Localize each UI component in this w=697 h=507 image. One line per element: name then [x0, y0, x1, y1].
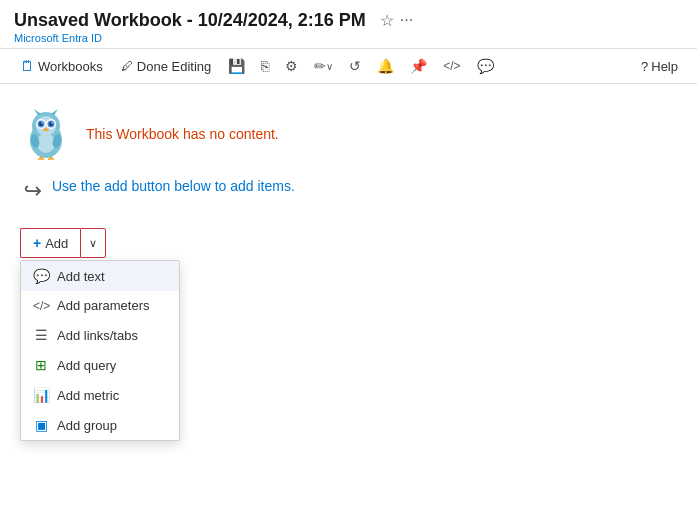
plus-icon: +: [33, 235, 41, 251]
code-icon: </>: [443, 59, 460, 73]
workbooks-icon: 🗒: [20, 58, 34, 74]
feedback-icon: 💬: [477, 58, 494, 74]
empty-top-section: This Workbook has no content.: [20, 108, 677, 160]
pin-toolbar-icon: 📌: [410, 58, 427, 74]
add-group-label: Add group: [57, 418, 117, 433]
menu-item-add-metric[interactable]: 📊 Add metric: [21, 380, 179, 410]
more-options-icon[interactable]: ···: [400, 11, 413, 30]
save-button[interactable]: 💾: [221, 53, 252, 79]
add-dropdown-button[interactable]: ∨: [80, 228, 106, 258]
done-editing-icon: 🖊: [121, 59, 133, 73]
svg-point-11: [41, 122, 42, 123]
menu-item-add-links-tabs[interactable]: ☰ Add links/tabs: [21, 320, 179, 350]
owl-illustration: [20, 108, 72, 160]
clone-icon: ⎘: [261, 58, 269, 74]
add-dropdown-menu: 💬 Add text </> Add parameters ☰ Add link…: [20, 260, 180, 441]
page-title: Unsaved Workbook - 10/24/2024, 2:16 PM: [14, 10, 366, 31]
edit-icon: ✏: [314, 58, 326, 74]
settings-button[interactable]: ⚙: [278, 53, 305, 79]
edit-button[interactable]: ✏ ∨: [307, 53, 340, 79]
add-group-icon: ▣: [33, 417, 49, 433]
menu-item-add-text[interactable]: 💬 Add text: [21, 261, 179, 291]
code-button[interactable]: </>: [436, 54, 467, 78]
title-bar: Unsaved Workbook - 10/24/2024, 2:16 PM ☆…: [0, 0, 697, 49]
refresh-icon: ↺: [349, 58, 361, 74]
feedback-button[interactable]: 💬: [470, 53, 501, 79]
arrow-hint-section: ↩ Use the add button below to add items.: [24, 176, 677, 204]
add-query-icon: ⊞: [33, 357, 49, 373]
workbooks-label: Workbooks: [38, 59, 103, 74]
edit-chevron-icon: ∨: [326, 61, 333, 72]
add-query-label: Add query: [57, 358, 116, 373]
toolbar: 🗒 Workbooks 🖊 Done Editing 💾 ⎘ ⚙ ✏ ∨ ↺ 🔔…: [0, 49, 697, 84]
hint-text: Use the add button below to add items.: [52, 176, 295, 194]
refresh-button[interactable]: ↺: [342, 53, 368, 79]
save-icon: 💾: [228, 58, 245, 74]
add-parameters-label: Add parameters: [57, 298, 150, 313]
notification-icon: 🔔: [377, 58, 394, 74]
add-button-container: + Add ∨ 💬 Add text </> Add parameters ☰ …: [20, 228, 677, 258]
svg-point-12: [51, 122, 52, 123]
empty-state: This Workbook has no content. ↩ Use the …: [20, 108, 677, 258]
notification-button[interactable]: 🔔: [370, 53, 401, 79]
add-metric-label: Add metric: [57, 388, 119, 403]
add-text-label: Add text: [57, 269, 105, 284]
menu-item-add-parameters[interactable]: </> Add parameters: [21, 291, 179, 320]
svg-point-14: [37, 133, 55, 153]
workbooks-button[interactable]: 🗒 Workbooks: [12, 53, 111, 79]
svg-marker-2: [34, 109, 41, 115]
pin-toolbar-button[interactable]: 📌: [403, 53, 434, 79]
add-text-icon: 💬: [33, 268, 49, 284]
add-button[interactable]: + Add: [20, 228, 80, 258]
add-links-label: Add links/tabs: [57, 328, 138, 343]
menu-item-add-group[interactable]: ▣ Add group: [21, 410, 179, 440]
settings-icon: ⚙: [285, 58, 298, 74]
pin-icon[interactable]: ☆: [380, 11, 394, 30]
done-editing-label: Done Editing: [137, 59, 211, 74]
add-metric-icon: 📊: [33, 387, 49, 403]
add-chevron-icon: ∨: [89, 237, 97, 250]
add-links-icon: ☰: [33, 327, 49, 343]
main-content: This Workbook has no content. ↩ Use the …: [0, 84, 697, 282]
empty-message: This Workbook has no content.: [86, 126, 279, 142]
done-editing-button[interactable]: 🖊 Done Editing: [113, 54, 219, 79]
arrow-icon: ↩: [24, 178, 42, 204]
add-parameters-icon: </>: [33, 299, 49, 313]
svg-marker-3: [51, 109, 58, 115]
help-button[interactable]: ? Help: [634, 55, 685, 78]
add-label: Add: [45, 236, 68, 251]
help-icon: ?: [641, 59, 648, 74]
app-subtitle: Microsoft Entra ID: [14, 32, 683, 44]
menu-item-add-query[interactable]: ⊞ Add query: [21, 350, 179, 380]
clone-button[interactable]: ⎘: [254, 53, 276, 79]
help-label: Help: [651, 59, 678, 74]
